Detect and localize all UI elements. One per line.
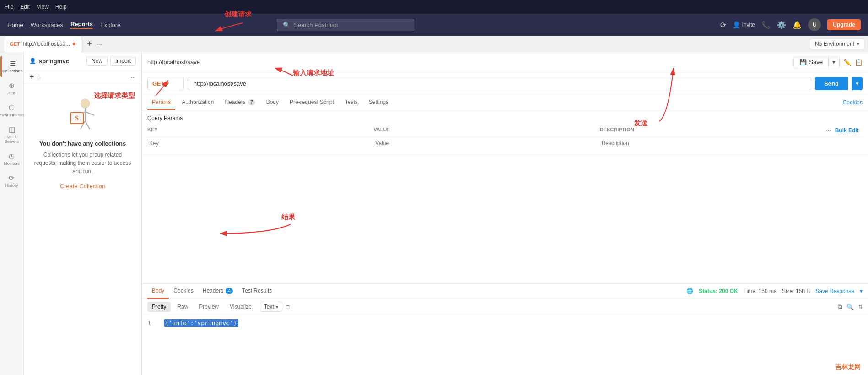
- rail-label-collections: Collections: [2, 69, 22, 73]
- resp-tab-cookies[interactable]: Cookies: [169, 284, 198, 299]
- text-chevron-icon: ▾: [276, 304, 278, 310]
- sync-icon[interactable]: ⟳: [720, 21, 726, 29]
- text-format-select[interactable]: Text ▾: [260, 302, 282, 312]
- rail-item-mock-servers[interactable]: ◫ Mock Servers: [0, 122, 23, 147]
- rail-label-monitors: Monitors: [4, 161, 20, 166]
- query-params-label: Query Params: [147, 115, 863, 121]
- rail-item-environments[interactable]: ⬡ Environments: [0, 100, 23, 121]
- save-dropdown-button[interactable]: ▾: [828, 56, 839, 68]
- time-label: Time: 150 ms: [744, 288, 776, 294]
- save-button-main[interactable]: 💾 Save: [794, 56, 828, 68]
- response-code-block: 1 {'info':'springmvc'}: [142, 315, 868, 375]
- menu-file[interactable]: File: [5, 4, 13, 10]
- rail-item-apis[interactable]: ⊕ APIs: [0, 78, 23, 99]
- scroll-icon[interactable]: ⇅: [858, 304, 863, 310]
- format-pretty[interactable]: Pretty: [147, 302, 171, 312]
- nav-workspaces[interactable]: Workspaces: [31, 22, 63, 28]
- rail-item-monitors[interactable]: ◷ Monitors: [0, 148, 23, 169]
- tab-url: http://localhost/sa...: [23, 41, 70, 47]
- environment-selector[interactable]: No Environment ▾: [810, 38, 864, 49]
- env-selector-area: No Environment ▾: [810, 38, 864, 49]
- resp-body-toolbar: Pretty Raw Preview Visualize Text ▾ ≡ ⧉ …: [142, 299, 868, 315]
- rail-label-mock-servers: Mock Servers: [2, 135, 22, 144]
- tab-params[interactable]: Params: [147, 95, 175, 110]
- resp-tab-headers[interactable]: Headers 4: [198, 284, 237, 299]
- create-collection-link[interactable]: Create Collection: [60, 183, 106, 190]
- invite-btn[interactable]: 👤 Invite: [733, 21, 755, 28]
- tab-bar: GET http://localhost/sa... + ··· No Envi…: [0, 36, 868, 52]
- save-response-arrow[interactable]: ▾: [860, 288, 863, 294]
- format-raw[interactable]: Raw: [173, 302, 193, 312]
- request-tabs-bar: Params Authorization Headers 7 Body Pre-…: [142, 95, 868, 110]
- sort-button[interactable]: ≡: [37, 73, 41, 81]
- new-button[interactable]: New: [86, 56, 108, 66]
- resp-tab-body[interactable]: Body: [147, 284, 169, 299]
- menu-help[interactable]: Help: [55, 4, 67, 10]
- nav-reports[interactable]: Reports: [70, 21, 93, 29]
- phone-icon[interactable]: 📞: [761, 21, 771, 29]
- chevron-down-icon: ▾: [857, 41, 859, 46]
- panel-toolbar: + ≡ ···: [24, 70, 141, 84]
- gear-icon[interactable]: ⚙️: [777, 21, 786, 29]
- rail-item-collections[interactable]: ☰ Collections: [0, 56, 23, 77]
- copy-icon[interactable]: ⧉: [838, 303, 842, 310]
- tab-body[interactable]: Body: [262, 95, 283, 110]
- bell-icon[interactable]: 🔔: [793, 21, 802, 29]
- import-button[interactable]: Import: [110, 56, 136, 66]
- query-params-section: Query Params KEY VALUE DESCRIPTION ··· B…: [142, 110, 868, 155]
- response-tabs-bar: Body Cookies Headers 4 Test Results 🌐 St…: [142, 284, 868, 299]
- search-response-icon[interactable]: 🔍: [846, 304, 854, 310]
- tab-settings[interactable]: Settings: [364, 95, 393, 110]
- code-line-1: 1 {'info':'springmvc'}: [147, 320, 863, 326]
- nav-explore[interactable]: Explore: [100, 22, 120, 28]
- tab-pre-request-script[interactable]: Pre-request Script: [285, 95, 339, 110]
- url-info-button[interactable]: 📋: [855, 59, 863, 66]
- param-desc-input[interactable]: [600, 139, 826, 147]
- bulk-edit-btn[interactable]: Bulk Edit: [835, 127, 859, 134]
- request-tab-0[interactable]: GET http://localhost/sa...: [4, 36, 81, 52]
- tab-dirty-dot: [73, 43, 75, 45]
- collections-empty-state: S You don't have any collections Collect…: [24, 84, 141, 375]
- empty-description: Collections let you group related reques…: [33, 151, 132, 175]
- tab-headers[interactable]: Headers 7: [220, 95, 259, 110]
- url-input[interactable]: [188, 77, 811, 90]
- menu-edit[interactable]: Edit: [20, 4, 30, 10]
- method-select[interactable]: GET ▾: [147, 77, 184, 90]
- line-number-1: 1: [147, 320, 156, 326]
- upgrade-button[interactable]: Upgrade: [827, 19, 861, 30]
- more-options-button[interactable]: ···: [130, 73, 136, 81]
- param-value-input[interactable]: [373, 139, 599, 147]
- menu-view[interactable]: View: [37, 4, 49, 10]
- rail-item-history[interactable]: ⟳ History: [0, 170, 23, 191]
- cookies-link[interactable]: Cookies: [843, 99, 863, 106]
- top-nav-right: ⟳ 👤 Invite 📞 ⚙️ 🔔 U Upgrade: [720, 18, 861, 31]
- request-builder: GET ▾ Send ▾: [142, 72, 868, 95]
- edit-url-button[interactable]: ✏️: [843, 59, 851, 66]
- send-button[interactable]: Send: [815, 77, 848, 90]
- filter-icon[interactable]: ≡: [286, 303, 290, 310]
- person-icon: 👤: [733, 21, 740, 28]
- tab-authorization[interactable]: Authorization: [177, 95, 218, 110]
- main-content: http://localhost/save 💾 Save ▾ ✏️ 📋 GET …: [142, 52, 868, 375]
- svg-text:S: S: [75, 115, 79, 122]
- url-bar: http://localhost/save 💾 Save ▾ ✏️ 📋: [142, 52, 868, 72]
- resp-tab-test-results[interactable]: Test Results: [237, 284, 276, 299]
- format-preview[interactable]: Preview: [194, 302, 223, 312]
- more-tabs-button[interactable]: ···: [97, 40, 103, 48]
- person-small-icon: 👤: [29, 58, 36, 64]
- save-response-btn[interactable]: Save Response: [815, 288, 854, 294]
- send-dropdown-button[interactable]: ▾: [852, 77, 863, 90]
- add-collection-button[interactable]: +: [29, 73, 34, 81]
- tab-tests[interactable]: Tests: [340, 95, 362, 110]
- param-key-input[interactable]: [147, 139, 373, 147]
- format-visualize[interactable]: Visualize: [225, 302, 256, 312]
- nav-home[interactable]: Home: [7, 22, 23, 28]
- workspace-name: springmvc: [39, 58, 84, 65]
- add-tab-button[interactable]: +: [83, 40, 96, 48]
- search-bar[interactable]: 🔍 Search Postman: [277, 19, 414, 31]
- avatar[interactable]: U: [808, 18, 821, 31]
- size-label: Size: 168 B: [782, 288, 810, 294]
- rail-label-environments: Environments: [0, 113, 24, 117]
- more-actions-icon[interactable]: ···: [826, 127, 831, 134]
- main-layout: ☰ Collections ⊕ APIs ⬡ Environments ◫ Mo…: [0, 52, 868, 375]
